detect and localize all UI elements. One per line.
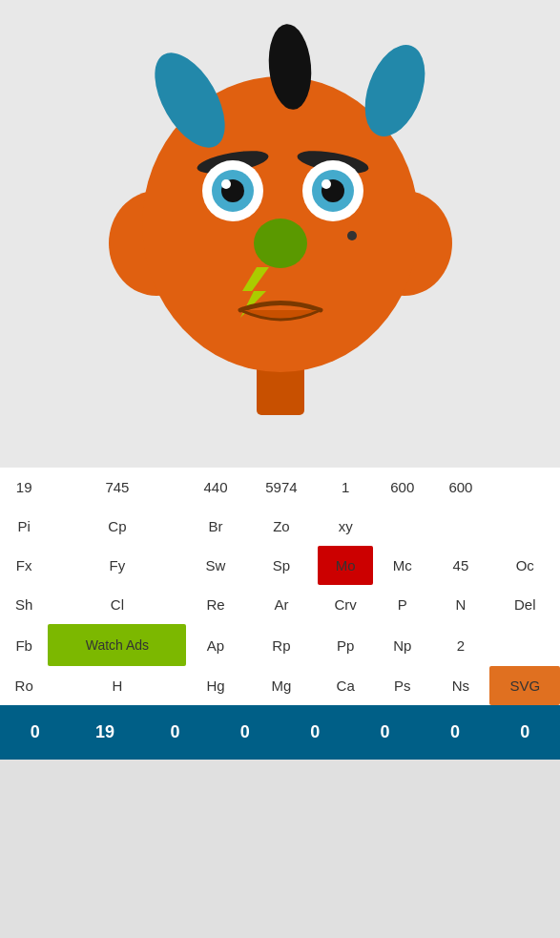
- character-svg: [99, 14, 462, 453]
- cell-empty2: [431, 507, 489, 546]
- bottom-cell-5: 0: [350, 705, 420, 760]
- bottom-cell-2: 0: [140, 705, 210, 760]
- cell-oc: Oc: [489, 546, 560, 585]
- cell-600b: 600: [431, 468, 489, 507]
- bottom-cell-6: 0: [420, 705, 489, 760]
- table-row: Sh Cl Re Ar Crv P N Del: [0, 585, 560, 624]
- cell-745: 745: [48, 468, 186, 507]
- cell-empty1: [373, 507, 431, 546]
- cell-ca: Ca: [318, 666, 373, 705]
- cell-ps: Ps: [373, 666, 431, 705]
- bottom-cell-4: 0: [280, 705, 350, 760]
- bottom-cell-19: 19: [70, 705, 139, 760]
- cell-zo: Zo: [245, 507, 319, 546]
- score-cell: 5974: [245, 468, 319, 507]
- cell-cl: Cl: [48, 585, 186, 624]
- cell-mc: Mc: [373, 546, 431, 585]
- cell-sh: Sh: [0, 585, 48, 624]
- cell-cp: Cp: [48, 507, 186, 546]
- cell-hg: Hg: [186, 666, 244, 705]
- cell-n: N: [431, 585, 489, 624]
- cell-45: 45: [431, 546, 489, 585]
- table-row: Fx Fy Sw Sp Mo Mc 45 Oc: [0, 546, 560, 585]
- cell-pi: Pi: [0, 507, 48, 546]
- cell-mo[interactable]: Mo: [318, 546, 373, 585]
- cell-fy: Fy: [48, 546, 186, 585]
- cell-1: 1: [318, 468, 373, 507]
- cell-xy: xy: [318, 507, 373, 546]
- cell-pp: Pp: [318, 624, 373, 666]
- watch-ads-button[interactable]: Watch Ads: [48, 624, 186, 666]
- svg-point-18: [347, 231, 357, 240]
- cell-sw: Sw: [186, 546, 244, 585]
- table-row: Fb Watch Ads Ap Rp Pp Np 2: [0, 624, 560, 666]
- cell-fb: Fb: [0, 624, 48, 666]
- cell-sp: Sp: [245, 546, 319, 585]
- bottom-cell-0: 0: [0, 705, 70, 760]
- cell-fx: Fx: [0, 546, 48, 585]
- cell-ar: Ar: [245, 585, 319, 624]
- cell-440: 440: [186, 468, 244, 507]
- bottom-cell-7: 0: [490, 705, 560, 760]
- cell-600a: 600: [373, 468, 431, 507]
- cell-ro: Ro: [0, 666, 48, 705]
- cell-br: Br: [186, 507, 244, 546]
- grid-table: 19 745 440 5974 1 600 600 Pi Cp Br Zo xy…: [0, 468, 560, 705]
- cell-2: 2: [431, 624, 489, 666]
- cell-ns: Ns: [431, 666, 489, 705]
- cell-ap: Ap: [186, 624, 244, 666]
- cell-mg: Mg: [245, 666, 319, 705]
- cell-h: H: [48, 666, 186, 705]
- table-row: 19 745 440 5974 1 600 600: [0, 468, 560, 507]
- table-row: Ro H Hg Mg Ca Ps Ns SVG: [0, 666, 560, 705]
- cell-p: P: [373, 585, 431, 624]
- svg-point-16: [321, 179, 331, 189]
- cell-del: Del: [489, 585, 560, 624]
- bottom-bar: 0 19 0 0 0 0 0 0: [0, 705, 560, 760]
- cell-19: 19: [0, 468, 48, 507]
- cell-re: Re: [186, 585, 244, 624]
- table-row: Pi Cp Br Zo xy: [0, 507, 560, 546]
- cell-crv: Crv: [318, 585, 373, 624]
- svg-point-17: [254, 219, 307, 268]
- stats-grid: 19 745 440 5974 1 600 600 Pi Cp Br Zo xy…: [0, 468, 560, 705]
- character-display: [0, 0, 560, 468]
- cell-rp: Rp: [245, 624, 319, 666]
- bottom-cell-3: 0: [210, 705, 280, 760]
- svg-button[interactable]: SVG: [489, 666, 560, 705]
- svg-point-15: [221, 179, 231, 189]
- cell-np: Np: [373, 624, 431, 666]
